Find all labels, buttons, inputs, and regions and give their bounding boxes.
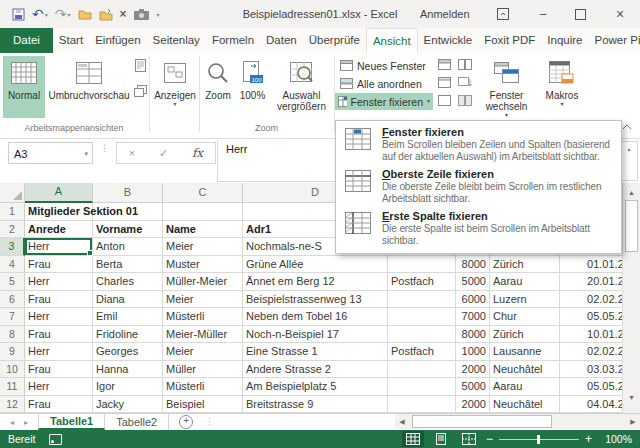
cell-a8[interactable]: Frau: [25, 326, 93, 344]
collapse-ribbon-button[interactable]: [621, 123, 637, 135]
ribbon-tab-seitenlay[interactable]: Seitenlay: [147, 28, 206, 53]
status-page-break-button[interactable]: [458, 431, 480, 447]
cell-b9[interactable]: Georges: [93, 343, 163, 361]
close-button[interactable]: ×: [605, 0, 635, 28]
ribbon-tab-entwickle[interactable]: Entwickle: [418, 28, 479, 53]
save-icon[interactable]: [12, 5, 25, 23]
ribbon-tab-einfügen[interactable]: Einfügen: [89, 28, 146, 53]
cell-a9[interactable]: Herr: [25, 343, 93, 361]
cell-a5[interactable]: Herr: [25, 273, 93, 291]
ribbon-display-options-button[interactable]: [488, 0, 518, 28]
macros-button[interactable]: Makros ▾: [540, 56, 584, 122]
cell-g5[interactable]: Aarau: [490, 273, 560, 291]
synchronous-scrolling-button[interactable]: [457, 75, 472, 90]
import-folder-icon[interactable]: [99, 5, 113, 23]
cell-f8[interactable]: 8000: [456, 326, 490, 344]
row-header-9[interactable]: 9: [0, 343, 25, 361]
cell-a6[interactable]: Frau: [25, 291, 93, 309]
cell-e6[interactable]: [388, 291, 456, 309]
cell-a7[interactable]: Herr: [25, 308, 93, 326]
cancel-entry-button[interactable]: ×: [129, 147, 135, 159]
ribbon-tab-power-piv[interactable]: Power Piv: [588, 28, 640, 53]
column-header-b[interactable]: B: [93, 183, 163, 203]
cell-a10[interactable]: Frau: [25, 361, 93, 379]
zoom-slider[interactable]: [499, 439, 579, 440]
zoom-level-label[interactable]: 100%: [598, 433, 632, 445]
cell-d8[interactable]: Noch-n-Beispiel 17: [243, 326, 388, 344]
maximize-button[interactable]: [565, 0, 595, 28]
hide-window-button[interactable]: [437, 75, 452, 90]
cell-c5[interactable]: Müller-Meier: [163, 273, 243, 291]
cell-b5[interactable]: Charles: [93, 273, 163, 291]
vertical-scrollbar-thumb[interactable]: [625, 200, 638, 252]
cell-e9[interactable]: Postfach: [388, 343, 456, 361]
sheet-next-icon[interactable]: ▸: [24, 418, 28, 427]
cell-e5[interactable]: Postfach: [388, 273, 456, 291]
ribbon-tab-datei[interactable]: Datei: [0, 28, 53, 53]
cell-d6[interactable]: Beispielstrassenweg 13: [243, 291, 388, 309]
cell-c1[interactable]: [163, 203, 243, 221]
cell-d10[interactable]: Andere Strasse 2: [243, 361, 388, 379]
new-window-button[interactable]: Neues Fenster: [337, 57, 429, 74]
row-header-11[interactable]: 11: [0, 378, 25, 396]
ribbon-tab-formeln[interactable]: Formeln: [206, 28, 260, 53]
cell-f4[interactable]: 8000: [456, 256, 490, 274]
row-header-12[interactable]: 12: [0, 396, 25, 414]
cell-e11[interactable]: [388, 378, 456, 396]
cell-b11[interactable]: Igor: [93, 378, 163, 396]
sheet-tab-tabelle2[interactable]: Tabelle2: [105, 414, 169, 430]
row-header-2[interactable]: 2: [0, 221, 25, 239]
cell-c3[interactable]: Meier: [163, 238, 243, 256]
add-sheet-button[interactable]: +: [179, 415, 193, 429]
cell-g10[interactable]: Neuchâtel: [490, 361, 560, 379]
cell-a11[interactable]: Herr: [25, 378, 93, 396]
ribbon-tab-start[interactable]: Start: [53, 28, 89, 53]
view-side-by-side-button[interactable]: [457, 57, 472, 72]
unhide-window-button[interactable]: [437, 93, 452, 108]
qat-customize-icon[interactable]: ▾: [157, 5, 160, 23]
sign-in-button[interactable]: Anmelden: [420, 0, 470, 28]
row-header-6[interactable]: 6: [0, 291, 25, 309]
cell-c12[interactable]: Beispiel: [163, 396, 243, 414]
cell-e7[interactable]: [388, 308, 456, 326]
cell-g7[interactable]: Chur: [490, 308, 560, 326]
cell-f9[interactable]: 1000: [456, 343, 490, 361]
cell-b3[interactable]: Anton: [93, 238, 163, 256]
select-all-button[interactable]: [0, 183, 25, 203]
redo-icon[interactable]: ↷▾: [55, 5, 71, 23]
cell-c8[interactable]: Meier-Müller: [163, 326, 243, 344]
row-header-8[interactable]: 8: [0, 326, 25, 344]
scroll-right-icon[interactable]: ▶: [626, 418, 640, 426]
cell-f10[interactable]: 2000: [456, 361, 490, 379]
cell-f5[interactable]: 5000: [456, 273, 490, 291]
cell-c11[interactable]: Müsterli: [163, 378, 243, 396]
open-folder-icon[interactable]: [78, 5, 92, 23]
cell-b6[interactable]: Diana: [93, 291, 163, 309]
row-header-5[interactable]: 5: [0, 273, 25, 291]
insert-function-button[interactable]: fx: [192, 146, 203, 160]
cell-g4[interactable]: Zürich: [490, 256, 560, 274]
expand-formula-bar-button[interactable]: ▴: [620, 141, 638, 181]
cell-b10[interactable]: Hanna: [93, 361, 163, 379]
cell-d5[interactable]: Ännet em Berg 12: [243, 273, 388, 291]
cell-a1[interactable]: Mitglieder Sektion 01: [25, 203, 93, 221]
freeze-panes-button[interactable]: Fenster fixieren ▾: [335, 93, 433, 110]
vertical-scrollbar[interactable]: ▲ ▼: [622, 183, 640, 413]
column-header-c[interactable]: C: [163, 183, 243, 203]
cell-c10[interactable]: Müller: [163, 361, 243, 379]
status-normal-view-button[interactable]: [402, 431, 424, 447]
split-button[interactable]: [437, 57, 452, 72]
cell-g9[interactable]: Lausanne: [490, 343, 560, 361]
status-page-layout-button[interactable]: [430, 431, 452, 447]
cell-f6[interactable]: 6000: [456, 291, 490, 309]
column-header-a[interactable]: A: [25, 183, 93, 203]
cell-b8[interactable]: Fridoline: [93, 326, 163, 344]
row-header-3[interactable]: 3: [0, 238, 25, 256]
scroll-down-icon[interactable]: ▼: [625, 391, 638, 404]
cell-a2[interactable]: Anrede: [25, 221, 93, 239]
ribbon-tab-inquire[interactable]: Inquire: [541, 28, 588, 53]
sheet-tab-tabelle1[interactable]: Tabelle1: [38, 414, 105, 430]
zoom-slider-thumb[interactable]: [537, 435, 540, 444]
zoom-button[interactable]: Zoom: [201, 56, 235, 118]
ribbon-tab-daten[interactable]: Daten: [260, 28, 303, 53]
